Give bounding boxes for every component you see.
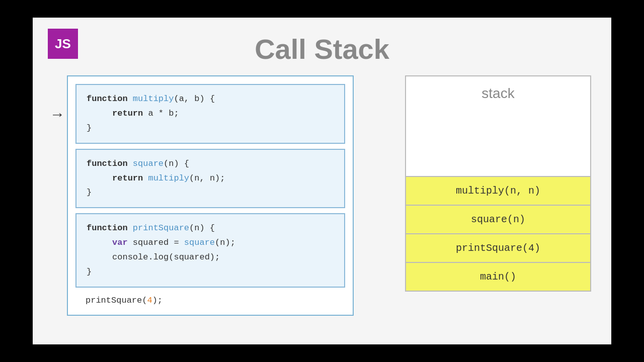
code-line: return a * b; bbox=[87, 107, 334, 121]
slide: JS Call Stack → function multiply(a, b) … bbox=[33, 18, 611, 344]
code-block-2: function square(n) { return multiply(n, … bbox=[75, 149, 345, 209]
code-line: var squared = square(n); bbox=[87, 236, 334, 250]
slide-title: Call Stack bbox=[255, 33, 389, 65]
stack-spacer bbox=[406, 141, 590, 176]
arrow-container: → bbox=[53, 75, 62, 124]
code-line: } bbox=[87, 265, 334, 280]
content-area: → function multiply(a, b) { return a * b… bbox=[53, 75, 591, 334]
code-block-1: function multiply(a, b) { return a * b; … bbox=[75, 84, 345, 144]
code-block-3: function printSquare(n) { var squared = … bbox=[75, 213, 345, 288]
code-line: return multiply(n, n); bbox=[87, 171, 334, 186]
stack-items: multiply(n, n) square(n) printSquare(4) … bbox=[406, 176, 590, 291]
stack-section: stack multiply(n, n) square(n) printSqua… bbox=[405, 75, 591, 292]
code-outer-box: function multiply(a, b) { return a * b; … bbox=[67, 75, 354, 316]
code-line: } bbox=[87, 186, 334, 200]
js-logo: JS bbox=[48, 29, 78, 59]
code-line: console.log(squared); bbox=[87, 250, 334, 265]
stack-item-main: main() bbox=[406, 262, 590, 291]
code-line: function square(n) { bbox=[87, 157, 334, 171]
stack-item-square: square(n) bbox=[406, 205, 590, 233]
arrow-icon: → bbox=[53, 107, 62, 124]
code-line: function printSquare(n) { bbox=[87, 221, 334, 236]
code-line: function multiply(a, b) { bbox=[87, 92, 334, 107]
code-section: → function multiply(a, b) { return a * b… bbox=[53, 75, 354, 316]
code-line: } bbox=[87, 121, 334, 136]
bottom-call: printSquare(4); bbox=[75, 293, 345, 307]
js-logo-text: JS bbox=[55, 36, 71, 52]
stack-item-multiply: multiply(n, n) bbox=[406, 176, 590, 205]
stack-item-printSquare: printSquare(4) bbox=[406, 233, 590, 262]
stack-title: stack bbox=[406, 76, 590, 141]
